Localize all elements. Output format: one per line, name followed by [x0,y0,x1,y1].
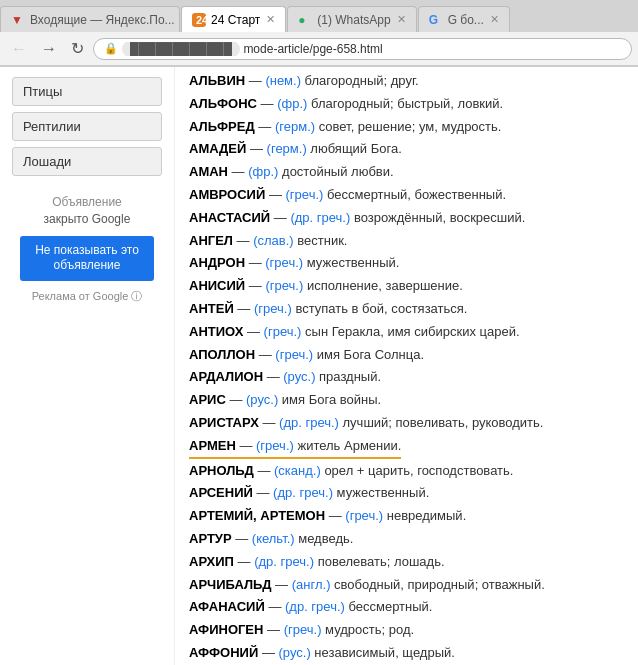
name-entry: АНАСТАСИЙ — (др. греч.) возрождённый, во… [189,208,624,229]
tab-start[interactable]: 24 24 Старт ✕ [181,6,286,32]
name-origin: (герм.) [275,119,315,134]
name-bold: АФАНАСИЙ [189,599,265,614]
ad-info-icon[interactable]: ⓘ [131,289,142,304]
sidebar: Птицы Рептилии Лошади Объявление закрыто… [0,67,175,665]
ad-block: Объявление закрыто Google Не показывать … [12,186,162,312]
name-origin: (греч.) [265,278,303,293]
name-bold: АМВРОСИЙ [189,187,265,202]
name-origin: (греч.) [284,622,322,637]
name-origin: (рус.) [279,645,311,660]
name-origin: (кельт.) [252,531,295,546]
ad-hide-button[interactable]: Не показывать это объявление [20,236,154,281]
name-bold: АРХИП [189,554,234,569]
name-entry: АНТЕЙ — (греч.) вступать в бой, состязат… [189,299,624,320]
name-origin: (греч.) [345,508,383,523]
name-entry: АРСЕНИЙ — (др. греч.) мужественный. [189,483,624,504]
yandex-tab-icon: ▼ [11,13,25,27]
name-origin: (др. греч.) [285,599,345,614]
name-origin: (рус.) [246,392,278,407]
name-entry: АФАНАСИЙ — (др. греч.) бессмертный. [189,597,624,618]
whatsapp-tab-icon: ● [298,13,312,27]
tab-bar: ▼ Входящие — Яндекс.По... ✕ 24 24 Старт … [0,0,638,32]
name-bold: АРИСТАРХ [189,415,259,430]
name-bold: АРМЕН [189,438,236,453]
sidebar-btn-horses[interactable]: Лошади [12,147,162,176]
name-entry: АЛЬФОНС — (фр.) благородный; быстрый, ло… [189,94,624,115]
name-entry: АРТУР — (кельт.) медведь. [189,529,624,550]
name-entry: АРМЕН — (греч.) житель Армении. [189,436,401,459]
tab-whatsapp-close[interactable]: ✕ [397,13,406,26]
name-entry: АРЧИБАЛЬД — (англ.) свободный, природный… [189,575,624,596]
name-bold: АЛЬВИН [189,73,245,88]
name-entry: АЛЬФРЕД — (герм.) совет, решение; ум, му… [189,117,624,138]
name-entry: АРДАЛИОН — (рус.) праздный. [189,367,624,388]
name-bold: АНТЕЙ [189,301,234,316]
name-entry: АНТИОХ — (греч.) сын Геракла, имя сибирс… [189,322,624,343]
tab-whatsapp[interactable]: ● (1) WhatsApp ✕ [287,6,416,32]
highlighted-name-row: АРМЕН — (греч.) житель Армении. [189,436,624,461]
tab-google[interactable]: G G бо... ✕ [418,6,510,32]
name-origin: (греч.) [265,255,303,270]
name-origin: (др. греч.) [290,210,350,225]
ad-google-label: закрыто Google [44,212,131,226]
name-bold: АРТЕМИЙ, АРТЕМОН [189,508,325,523]
name-entry: АРХИП — (др. греч.) повелевать; лошадь. [189,552,624,573]
name-origin: (англ.) [292,577,331,592]
browser-chrome: ▼ Входящие — Яндекс.По... ✕ 24 24 Старт … [0,0,638,67]
sidebar-btn-birds[interactable]: Птицы [12,77,162,106]
page-body: Птицы Рептилии Лошади Объявление закрыто… [0,67,638,665]
ad-closed-label: Объявление закрыто Google [20,194,154,228]
tab-start-label: 24 Старт [211,13,260,27]
sidebar-btn-reptiles[interactable]: Рептилии [12,112,162,141]
tab-yandex[interactable]: ▼ Входящие — Яндекс.По... ✕ [0,6,180,32]
tab-google-close[interactable]: ✕ [490,13,499,26]
name-bold: АРТУР [189,531,232,546]
name-bold: АМАН [189,164,228,179]
name-bold: АРИС [189,392,226,407]
name-entry: АНГЕЛ — (слав.) вестник. [189,231,624,252]
nav-bar: ← → ↻ 🔒 ████████████ mode-article/pge-65… [0,32,638,66]
name-entry: АМАДЕЙ — (герм.) любящий Бога. [189,139,624,160]
address-bar[interactable]: 🔒 ████████████ mode-article/pge-658.html [93,38,632,60]
name-bold: АНДРОН [189,255,245,270]
tab-start-close[interactable]: ✕ [266,13,275,26]
name-entry: АНИСИЙ — (греч.) исполнение, завершение. [189,276,624,297]
name-entry: АРИСТАРХ — (др. греч.) лучший; повеливат… [189,413,624,434]
name-origin: (сканд.) [274,463,321,478]
name-origin: (греч.) [254,301,292,316]
tab-yandex-label: Входящие — Яндекс.По... [30,13,175,27]
name-origin: (др. греч.) [279,415,339,430]
name-entry: АМАН — (фр.) достойный любви. [189,162,624,183]
google-tab-icon: G [429,13,443,27]
lock-icon: 🔒 [104,42,118,55]
name-bold: АРДАЛИОН [189,369,263,384]
name-bold: АФИНОГЕН [189,622,263,637]
name-origin: (рус.) [283,369,315,384]
name-bold: АНТИОХ [189,324,243,339]
name-bold: АМАДЕЙ [189,141,246,156]
name-origin: (греч.) [275,347,313,362]
name-origin: (греч.) [264,324,302,339]
forward-button[interactable]: → [36,38,62,60]
name-origin: (фр.) [277,96,307,111]
name-bold: АЛЬФОНС [189,96,257,111]
name-entry: АФФОНИЙ — (рус.) независимый, щедрый. [189,643,624,664]
name-entry: АФИНОГЕН — (греч.) мудрость; род. [189,620,624,641]
name-origin: (герм.) [267,141,307,156]
url-display: ████████████ mode-article/pge-658.html [122,42,383,56]
name-bold: АРНОЛЬД [189,463,254,478]
name-origin: (нем.) [265,73,301,88]
name-entry: АРИС — (рус.) имя Бога войны. [189,390,624,411]
name-entry: АПОЛЛОН — (греч.) имя Бога Солнца. [189,345,624,366]
tab-whatsapp-label: (1) WhatsApp [317,13,390,27]
name-origin: (др. греч.) [273,485,333,500]
back-button[interactable]: ← [6,38,32,60]
start-tab-icon: 24 [192,13,206,27]
name-bold: АФФОНИЙ [189,645,258,660]
name-entry: АНДРОН — (греч.) мужественный. [189,253,624,274]
name-bold: АНАСТАСИЙ [189,210,270,225]
main-content: АЛЬВИН — (нем.) благородный; друг.АЛЬФОН… [175,67,638,665]
reload-button[interactable]: ↻ [66,37,89,60]
name-origin: (греч.) [286,187,324,202]
name-bold: АЛЬФРЕД [189,119,255,134]
